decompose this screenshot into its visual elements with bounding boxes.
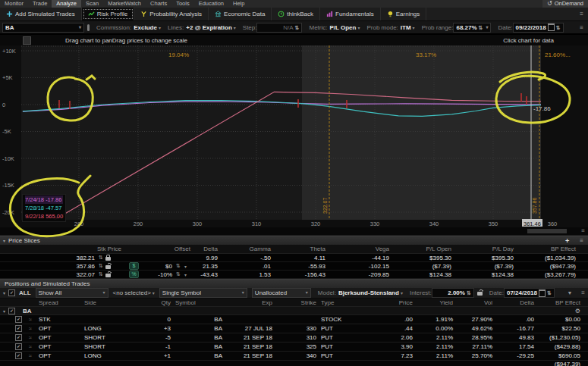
economic-data-button[interactable]: Economic Data	[209, 8, 272, 20]
symbol-tool-icon[interactable]	[87, 24, 90, 31]
risk-profile-plot[interactable]: 280290300310320330340350360+10K+5K0-5K-1…	[0, 45, 588, 227]
row-checkbox[interactable]: ✓	[15, 316, 22, 323]
slice-price[interactable]: 382.21	[0, 255, 97, 261]
offset-caret-icon[interactable]: ▾	[184, 272, 187, 277]
row-chart-icon[interactable]: ≈	[24, 353, 36, 358]
step-stepper-icon[interactable]: ⇅	[295, 23, 300, 32]
slice-price[interactable]: 357.86	[0, 263, 97, 270]
row-checkbox[interactable]: ✓	[15, 334, 22, 341]
positions-date-input[interactable]: 07/24/2018⇅	[504, 288, 555, 298]
calendar-icon[interactable]	[539, 289, 546, 297]
risk-profile-chart[interactable]: 280290300310320330340350360+10K+5K0-5K-1…	[0, 45, 588, 227]
position-row[interactable]: ✓ ≈ OPT SHORT -1 BA 21 SEP 18 325 PUT 3.…	[0, 343, 588, 352]
slice-stepper-icon[interactable]: ⇅	[99, 271, 103, 277]
slice-price[interactable]: 322.07	[0, 271, 97, 278]
allocation-dropdown[interactable]: Unallocated▾	[252, 288, 311, 298]
chart-scrollbar-handle[interactable]	[527, 229, 567, 233]
row-checkbox[interactable]: ✓	[15, 343, 22, 350]
symbol-input[interactable]: BA ▾	[2, 23, 84, 33]
price-slices-header[interactable]: ▾ Price Slices + ≡	[0, 236, 588, 245]
all-checkbox[interactable]: ✓	[8, 289, 15, 296]
price-slices-menu-icon[interactable]: ≡	[575, 237, 588, 244]
unlock-icon[interactable]	[105, 274, 111, 277]
positions-filter-row: ▾ ✓ ALL Show All▾ <no selected> ▾ Single…	[0, 288, 588, 299]
prob-mode-value[interactable]: ITM	[401, 24, 411, 31]
tab-monitor[interactable]: Monitor	[0, 0, 28, 8]
price-slices-collapse-icon[interactable]: ▾	[3, 238, 5, 243]
positions-menu-icon[interactable]: ≡	[578, 289, 588, 296]
unlock-icon[interactable]	[105, 265, 111, 269]
probability-analysis-button[interactable]: Probability Analysis	[134, 8, 209, 20]
positions-header[interactable]: Positions and Simulated Trades	[0, 279, 588, 288]
chart-scrollbar[interactable]: ≡	[0, 227, 588, 236]
group-collapse-icon[interactable]: ▾	[3, 308, 5, 314]
offset-caret-icon[interactable]: ▾	[184, 264, 187, 269]
step-input[interactable]: N/A ⇅	[256, 23, 302, 33]
tab-help[interactable]: Help	[228, 0, 249, 8]
add-price-slice-button[interactable]: +	[559, 237, 575, 245]
metric-value[interactable]: P/L Open	[329, 24, 356, 31]
slice-stepper-icon[interactable]: ⇅	[99, 255, 103, 261]
positions-collapse-icon[interactable]: ▾	[3, 290, 5, 296]
date-stepper-icon[interactable]: ⇅	[556, 23, 561, 32]
show-all-dropdown[interactable]: Show All▾	[36, 288, 108, 298]
tab-education[interactable]: Education	[194, 0, 228, 8]
prob-range-caret-icon[interactable]: ▾	[486, 23, 488, 32]
prob-range-input[interactable]: 68.27% ⇅ ▾	[453, 23, 491, 33]
chart-scroll-menu-icon[interactable]: ≡	[581, 227, 585, 234]
model-value[interactable]: Bjerksund-Stensland	[338, 289, 399, 296]
position-row[interactable]: ✓ ≈ OPT SHORT -5 BA 21 SEP 18 310 PUT 2.…	[0, 333, 588, 343]
offset-stepper-icon[interactable]: ⇅	[176, 271, 181, 277]
interest-lock-icon[interactable]	[477, 292, 483, 296]
filter-funnel-icon[interactable]: ▼	[567, 290, 572, 296]
row-checkbox[interactable]: ✓	[15, 352, 22, 359]
position-row[interactable]: ✓ ≈ STK 0 BA STOCK .00 1.91% 27.90% .00 …	[0, 315, 588, 324]
symbol-group-row[interactable]: ▾ ✓ BA ⚙	[0, 307, 588, 315]
row-checkbox[interactable]: ✓	[15, 325, 22, 332]
analyze-date-input[interactable]: 09/22/2018 ⇅	[513, 23, 564, 33]
offset-unit-badge[interactable]: $	[129, 262, 139, 270]
lines-value[interactable]: +2 @ Expiration	[186, 24, 231, 31]
fundamentals-button[interactable]: Fundamentals	[320, 8, 381, 20]
pan-icon[interactable]	[23, 36, 31, 45]
tab-trade[interactable]: Trade	[28, 0, 52, 8]
thinkback-button[interactable]: thinkBack	[272, 8, 320, 20]
slice-stepper-icon[interactable]: ⇅	[99, 263, 103, 269]
lock-icon[interactable]	[105, 257, 111, 261]
gear-icon[interactable]: ⚙	[575, 308, 580, 314]
price-slice-row[interactable]: 382.21 ⇅ 9.99 -.50 4.11 -44.19 $395.30 $…	[0, 254, 588, 262]
prob-range-stepper-icon[interactable]: ⇅	[479, 23, 483, 32]
tab-charts[interactable]: Charts	[146, 0, 171, 8]
selected-filter[interactable]: <no selected>	[113, 289, 151, 296]
offset-stepper-icon[interactable]: ⇅	[176, 263, 181, 269]
ondemand-button[interactable]: ↺ OnDemand	[542, 0, 588, 8]
tab-scan[interactable]: Scan	[81, 0, 103, 8]
commission-value[interactable]: Exclude	[134, 24, 157, 31]
risk-profile-button[interactable]: Risk Profile	[82, 8, 134, 20]
interest-input[interactable]: 2.00%⇅	[432, 288, 474, 298]
tab-analyze[interactable]: Analyze	[52, 0, 81, 8]
prob-label-middle: 33.17%	[416, 52, 436, 58]
offset-value[interactable]: $0	[143, 263, 175, 270]
toolbar-menu-icon[interactable]: ≡	[575, 11, 588, 17]
group-checkbox[interactable]: ✓	[8, 308, 15, 314]
earnings-button[interactable]: Earnings	[381, 8, 427, 20]
price-slice-row[interactable]: 357.86 ⇅ $ $0 ⇅▾ 21.35 .01 -55.93 -102.1…	[0, 262, 588, 271]
position-row[interactable]: ✓ ≈ OPT LONG +1 BA 21 SEP 18 340 PUT 7.2…	[0, 352, 588, 361]
position-row[interactable]: ✓ ≈ OPT LONG +3 BA 27 JUL 18 330 PUT .44…	[0, 324, 588, 333]
positions-date-stepper-icon[interactable]: ⇅	[547, 289, 552, 297]
add-simulated-trades-button[interactable]: Add Simulated Trades	[0, 8, 82, 20]
offset-value[interactable]: -10%	[143, 271, 175, 278]
row-chart-icon[interactable]: ≈	[24, 335, 36, 340]
row-chart-icon[interactable]: ≈	[24, 344, 36, 349]
tab-marketwatch[interactable]: MarketWatch	[103, 0, 146, 8]
symbol-mode-dropdown[interactable]: Single Symbol▾	[159, 288, 247, 298]
interest-stepper-icon[interactable]: ⇅	[467, 289, 471, 297]
row-chart-icon[interactable]: ≈	[24, 326, 36, 331]
price-slice-row[interactable]: 322.07 ⇅ % -10% ⇅▾ -43.43 1.53 -156.43 -…	[0, 271, 588, 279]
calendar-icon[interactable]	[548, 23, 555, 31]
tab-tools[interactable]: Tools	[171, 0, 194, 8]
offset-unit-badge[interactable]: %	[129, 271, 139, 278]
row-chart-icon[interactable]: ≈	[24, 317, 36, 322]
settings-menu-icon[interactable]: ≡	[575, 24, 588, 31]
